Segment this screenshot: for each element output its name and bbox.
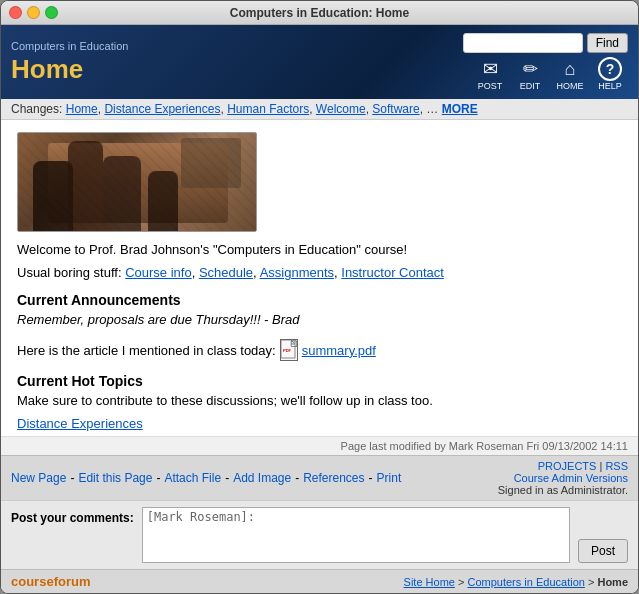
pdf-icon: PDF [280, 339, 298, 361]
course-admin-link[interactable]: Course Admin [514, 472, 583, 484]
last-modified-text: Page last modified by Mark Roseman Fri 0… [341, 440, 628, 452]
courseforum-logo: courseforum [11, 574, 90, 589]
sep3: - [225, 471, 229, 485]
footer-left: New Page - Edit this Page - Attach File … [11, 471, 401, 485]
attach-file-link[interactable]: Attach File [164, 471, 221, 485]
nav-edit-label: EDIT [520, 81, 541, 91]
add-image-link[interactable]: Add Image [233, 471, 291, 485]
instructor-contact-link[interactable]: Instructor Contact [341, 265, 444, 280]
site-subtitle: Computers in Education [11, 40, 128, 52]
hot-topics-title: Current Hot Topics [17, 373, 622, 389]
references-link[interactable]: References [303, 471, 364, 485]
print-link[interactable]: Print [377, 471, 402, 485]
post-icon: ✉ [476, 57, 504, 81]
admin-links: Course Admin Versions [514, 472, 628, 484]
sep4: - [295, 471, 299, 485]
distance-experiences-link[interactable]: Distance Experiences [17, 414, 622, 435]
site-home-link[interactable]: Site Home [404, 576, 455, 588]
window-title: Computers in Education: Home [230, 6, 409, 20]
bc-sep2: > [588, 576, 597, 588]
changes-link-welcome[interactable]: Welcome [316, 102, 366, 116]
sep2: - [156, 471, 160, 485]
help-icon: ? [598, 57, 622, 81]
search-input[interactable] [463, 33, 583, 53]
nav-home-label: HOME [557, 81, 584, 91]
new-page-link[interactable]: New Page [11, 471, 66, 485]
nav-post[interactable]: ✉ POST [472, 57, 508, 91]
changes-link-home[interactable]: Home [66, 102, 98, 116]
search-area: Find [463, 33, 628, 53]
announcements-title: Current Announcements [17, 292, 622, 308]
site-title: Home [11, 54, 128, 85]
comment-area: Post your comments: [Mark Roseman]: Post [1, 500, 638, 569]
rss-link[interactable]: RSS [605, 460, 628, 472]
nav-post-label: POST [478, 81, 503, 91]
sep1: - [70, 471, 74, 485]
main-content: Welcome to Prof. Brad Johnson's "Compute… [1, 120, 638, 436]
article-prefix: Here is the article I mentioned in class… [17, 343, 276, 358]
nav-home[interactable]: ⌂ HOME [552, 57, 588, 91]
summary-pdf-link[interactable]: summary.pdf [302, 343, 376, 358]
changes-link-software[interactable]: Software [372, 102, 419, 116]
svg-text:PDF: PDF [283, 348, 292, 353]
boring-stuff: Usual boring stuff: Course info, Schedul… [17, 265, 622, 280]
main-window: Computers in Education: Home Computers i… [0, 0, 639, 594]
search-button[interactable]: Find [587, 33, 628, 53]
comment-input[interactable]: [Mark Roseman]: [142, 507, 570, 563]
projects-rss-links: PROJECTS | RSS [538, 460, 628, 472]
changes-prefix: Changes: [11, 102, 62, 116]
signed-in-text: Signed in as Administrator. [498, 484, 628, 496]
changes-link-distance[interactable]: Distance Experiences [104, 102, 220, 116]
schedule-link[interactable]: Schedule [199, 265, 253, 280]
projects-link[interactable]: PROJECTS [538, 460, 597, 472]
site-header: Computers in Education Home Find ✉ POST … [1, 25, 638, 99]
comment-label: Post your comments: [11, 507, 134, 525]
close-button[interactable] [9, 6, 22, 19]
site-image [17, 132, 257, 232]
nav-help[interactable]: ? HELP [592, 57, 628, 91]
hot-topics-desc: Make sure to contribute to these discuss… [17, 393, 622, 408]
minimize-button[interactable] [27, 6, 40, 19]
breadcrumb: Site Home > Computers in Education > Hom… [404, 576, 628, 588]
footer-toolbar: New Page - Edit this Page - Attach File … [1, 455, 638, 500]
home-icon: ⌂ [556, 57, 584, 81]
header-right: Find ✉ POST ✏ EDIT ⌂ HOME ? HELP [463, 33, 628, 91]
sep5: - [369, 471, 373, 485]
title-bar: Computers in Education: Home [1, 1, 638, 25]
footer-right: PROJECTS | RSS Course Admin Versions Sig… [498, 460, 628, 496]
maximize-button[interactable] [45, 6, 58, 19]
welcome-text: Welcome to Prof. Brad Johnson's "Compute… [17, 242, 622, 257]
post-button[interactable]: Post [578, 539, 628, 563]
boring-label: Usual boring stuff: [17, 265, 122, 280]
window-controls [9, 6, 58, 19]
last-modified: Page last modified by Mark Roseman Fri 0… [1, 436, 638, 455]
site-title-area: Computers in Education Home [11, 40, 128, 85]
nav-help-label: HELP [598, 81, 622, 91]
edit-page-link[interactable]: Edit this Page [78, 471, 152, 485]
changes-bar: Changes: Home, Distance Experiences, Hum… [1, 99, 638, 120]
breadcrumb-current: Home [597, 576, 628, 588]
bottom-bar: courseforum Site Home > Computers in Edu… [1, 569, 638, 593]
nav-edit[interactable]: ✏ EDIT [512, 57, 548, 91]
changes-link-humanfactors[interactable]: Human Factors [227, 102, 309, 116]
assignments-link[interactable]: Assignments [260, 265, 334, 280]
course-info-link[interactable]: Course info [125, 265, 191, 280]
announcement-text: Remember, proposals are due Thursday!!! … [17, 312, 622, 327]
article-line: Here is the article I mentioned in class… [17, 339, 622, 361]
nav-icons: ✉ POST ✏ EDIT ⌂ HOME ? HELP [472, 57, 628, 91]
logo-course: courseforum [11, 574, 90, 589]
versions-link[interactable]: Versions [586, 472, 628, 484]
edit-icon: ✏ [516, 57, 544, 81]
changes-more-link[interactable]: MORE [442, 102, 478, 116]
computers-education-link[interactable]: Computers in Education [467, 576, 584, 588]
